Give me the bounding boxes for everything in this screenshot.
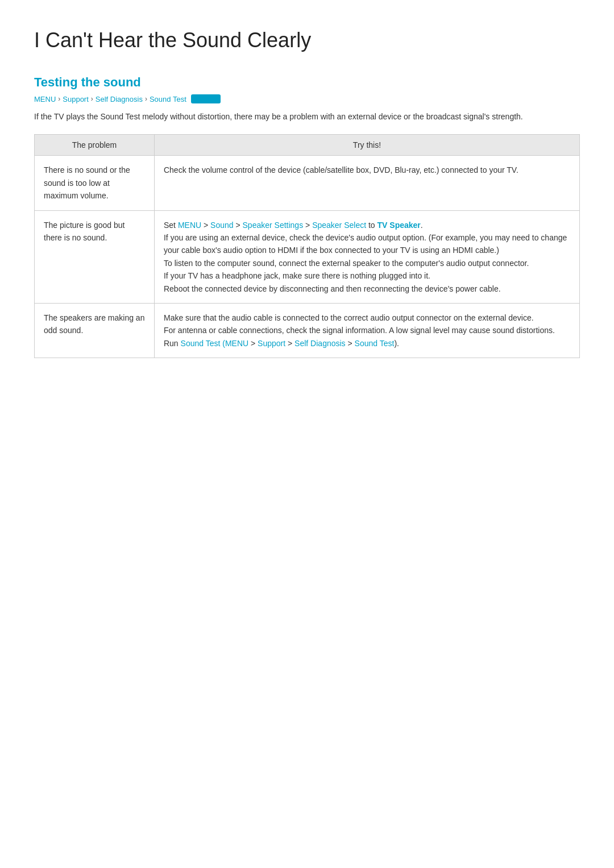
table-row: The speakers are making an odd sound. Ma… bbox=[35, 303, 580, 358]
speaker-select-link: Speaker Select bbox=[312, 221, 366, 230]
tv-speaker-link: TV Speaker bbox=[377, 221, 421, 230]
problem-cell-3: The speakers are making an odd sound. bbox=[35, 303, 155, 358]
solution-cell-1: Check the volume control of the device (… bbox=[154, 156, 579, 210]
menu-link-1: MENU bbox=[178, 221, 201, 230]
intro-text: If the TV plays the Sound Test melody wi… bbox=[34, 110, 580, 123]
speaker-settings-link: Speaker Settings bbox=[243, 221, 304, 230]
breadcrumb-selfdiag: Self Diagnosis bbox=[96, 95, 143, 103]
problem-cell-1: There is no sound or the sound is too lo… bbox=[35, 156, 155, 210]
breadcrumb-support: Support bbox=[63, 95, 89, 103]
chevron-icon-1: › bbox=[58, 95, 60, 103]
solution-cell-3: Make sure that the audio cable is connec… bbox=[154, 303, 579, 358]
table-row: The picture is good but there is no soun… bbox=[35, 210, 580, 303]
section-title: Testing the sound bbox=[34, 75, 580, 90]
breadcrumb: MENU › Support › Self Diagnosis › Sound … bbox=[34, 94, 580, 103]
sound-link: Sound bbox=[210, 221, 233, 230]
breadcrumb-soundtest: Sound Test bbox=[150, 95, 186, 103]
try-now-badge[interactable]: Try now bbox=[191, 94, 221, 103]
problem-cell-2: The picture is good but there is no soun… bbox=[35, 210, 155, 303]
table-row: There is no sound or the sound is too lo… bbox=[35, 156, 580, 210]
selfdiag-link-2: Self Diagnosis bbox=[294, 339, 346, 348]
sound-test-link-1: Sound Test (MENU bbox=[181, 339, 249, 348]
chevron-icon-2: › bbox=[91, 95, 93, 103]
sound-test-link-2: Sound Test bbox=[355, 339, 395, 348]
table-header-solution: Try this! bbox=[154, 135, 579, 156]
page-title: I Can't Hear the Sound Clearly bbox=[34, 28, 580, 52]
troubleshoot-table: The problem Try this! There is no sound … bbox=[34, 134, 580, 358]
table-header-problem: The problem bbox=[35, 135, 155, 156]
support-link-2: Support bbox=[258, 339, 285, 348]
breadcrumb-menu: MENU bbox=[34, 95, 56, 103]
solution-cell-2: Set MENU > Sound > Speaker Settings > Sp… bbox=[154, 210, 579, 303]
chevron-icon-3: › bbox=[145, 95, 147, 103]
